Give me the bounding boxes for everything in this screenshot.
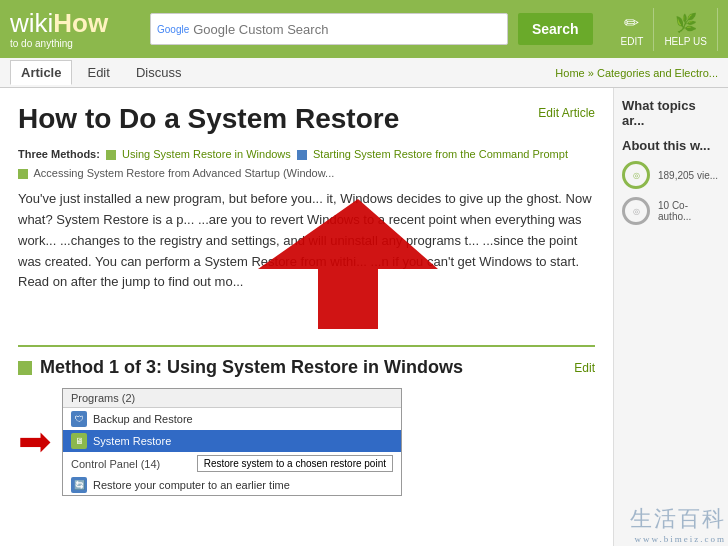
edit-article-link[interactable]: Edit Article <box>538 106 595 120</box>
stat-circle-coauthors: ◎ <box>622 197 650 225</box>
header: wikiHow to do anything Google Search ✏ E… <box>0 0 728 58</box>
logo-how: How <box>53 8 108 38</box>
logo[interactable]: wikiHow to do anything <box>10 10 140 49</box>
sidebar-stat-coauthors: ◎ 10 Co-autho... <box>622 197 720 225</box>
helpus-label: HELP US <box>664 36 707 47</box>
method-title: Method 1 of 3: Using System Restore in W… <box>40 357 574 378</box>
header-actions: ✏ EDIT 🌿 HELP US <box>611 8 718 51</box>
sidebar-what-topics: What topics ar... <box>622 98 720 128</box>
accessing-line: Accessing System Restore from Advanced S… <box>18 167 595 179</box>
sidebar-stat-views: ◎ 189,205 vie... <box>622 161 720 189</box>
method-link-1[interactable]: Using System Restore in Windows <box>122 148 291 160</box>
google-label: Google <box>157 24 189 35</box>
method-link-2[interactable]: Starting System Restore from the Command… <box>313 148 568 160</box>
control-panel-section: Control Panel (14) Restore system to a c… <box>63 452 401 475</box>
method-box-blue <box>297 150 307 160</box>
main-layout: Edit Article How to Do a System Restore … <box>0 88 728 546</box>
dialog-backup-label: Backup and Restore <box>93 413 193 425</box>
dialog-item2[interactable]: 🔄 Restore your computer to an earlier ti… <box>63 475 401 495</box>
dialog-item-backup[interactable]: 🛡 Backup and Restore <box>63 408 401 430</box>
logo-wiki: wiki <box>10 8 53 38</box>
dialog-box: Programs (2) 🛡 Backup and Restore 🖥 Syst… <box>62 388 402 496</box>
method-title-text: Using System Restore in Windows <box>167 357 463 377</box>
restore-earlier-icon: 🔄 <box>71 477 87 493</box>
dialog-restore-item-label: Restore your computer to an earlier time <box>93 479 290 491</box>
backup-icon: 🛡 <box>71 411 87 427</box>
breadcrumb-text: Home » Categories and Electro... <box>555 67 718 79</box>
edit-label: EDIT <box>621 36 644 47</box>
edit-action-btn[interactable]: ✏ EDIT <box>611 8 655 51</box>
dialog-section-header-programs: Programs (2) <box>63 389 401 408</box>
method-box-green <box>106 150 116 160</box>
three-methods: Three Methods: Using System Restore in W… <box>18 146 595 164</box>
article-body-text: You've just installed a new program, but… <box>18 189 595 293</box>
logo-text: wikiHow <box>10 10 108 36</box>
cp-restore-btn[interactable]: Restore system to a chosen restore point <box>197 455 393 472</box>
edit-icon: ✏ <box>624 12 639 34</box>
stat-text-views: 189,205 vie... <box>658 170 718 181</box>
search-input[interactable] <box>193 22 501 37</box>
method-edit-link[interactable]: Edit <box>574 361 595 375</box>
helpus-icon: 🌿 <box>675 12 697 34</box>
stat-circle-views: ◎ <box>622 161 650 189</box>
logo-sub: to do anything <box>10 38 73 49</box>
dialog-item-restore[interactable]: 🖥 System Restore <box>63 430 401 452</box>
dialog-programs-label: Programs (2) <box>71 392 135 404</box>
article-body: You've just installed a new program, but… <box>18 189 595 329</box>
three-methods-label: Three Methods: <box>18 148 100 160</box>
dialog-wrapper: ➡ Programs (2) 🛡 Backup and Restore 🖥 Sy… <box>18 388 595 496</box>
cp-header: Control Panel (14) <box>71 458 197 470</box>
helpus-action-btn[interactable]: 🌿 HELP US <box>654 8 718 51</box>
search-button[interactable]: Search <box>518 13 593 45</box>
search-area: Google <box>150 13 508 45</box>
method-color-box <box>18 361 32 375</box>
article: Edit Article How to Do a System Restore … <box>0 88 613 546</box>
restore-icon: 🖥 <box>71 433 87 449</box>
accessing-text: Accessing System Restore from Advanced S… <box>33 167 334 179</box>
nav-tabs: Article Edit Discuss Home » Categories a… <box>0 58 728 88</box>
method-box-green2 <box>18 169 28 179</box>
tab-discuss[interactable]: Discuss <box>125 60 193 85</box>
stat-text-coauthors: 10 Co-autho... <box>658 200 720 222</box>
sidebar-about: About this w... <box>622 138 720 153</box>
sidebar: What topics ar... About this w... ◎ 189,… <box>613 88 728 546</box>
dialog-restore-label: System Restore <box>93 435 171 447</box>
method-number: Method 1 of 3: <box>40 357 162 377</box>
red-arrow-left-icon: ➡ <box>18 418 52 464</box>
tab-article[interactable]: Article <box>10 60 72 85</box>
breadcrumb: Home » Categories and Electro... <box>555 67 718 79</box>
tab-edit[interactable]: Edit <box>76 60 120 85</box>
method-header: Method 1 of 3: Using System Restore in W… <box>18 357 595 378</box>
method-section: Method 1 of 3: Using System Restore in W… <box>18 345 595 496</box>
article-title: How to Do a System Restore <box>18 102 595 136</box>
